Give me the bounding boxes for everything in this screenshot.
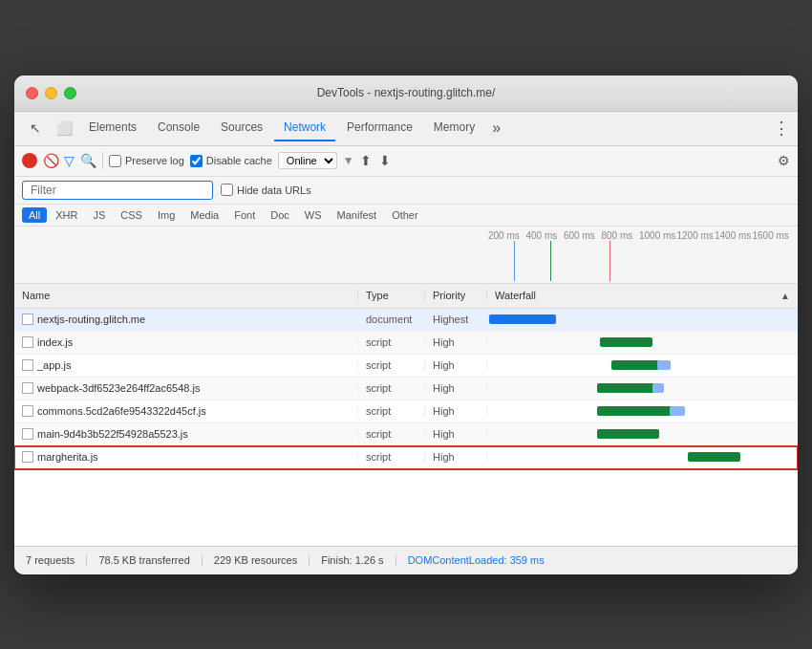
row-name-4: commons.5cd2a6fe9543322d45cf.js — [14, 405, 358, 417]
tab-performance[interactable]: Performance — [337, 115, 422, 141]
timeline-label-1600ms: 1600 ms — [753, 230, 791, 241]
table-row[interactable]: webpack-3df6523e264ff2ac6548.js script H… — [14, 378, 798, 400]
devtools-menu-button[interactable]: ⋮ — [773, 118, 790, 139]
table-row[interactable]: commons.5cd2a6fe9543322d45cf.js script H… — [14, 400, 798, 423]
row-priority-4: High — [425, 405, 487, 417]
row-name-6: margherita.js — [14, 451, 358, 463]
tab-memory[interactable]: Memory — [424, 115, 484, 141]
record-button[interactable] — [22, 153, 37, 168]
row-type-6: script — [358, 451, 425, 463]
type-filter-all[interactable]: All — [22, 207, 47, 223]
waterfall-bar-4b — [670, 406, 685, 416]
disable-cache-label[interactable]: Disable cache — [190, 155, 272, 167]
waterfall-bar-4 — [597, 406, 672, 416]
type-filter-font[interactable]: Font — [227, 207, 262, 223]
tab-network[interactable]: Network — [274, 115, 335, 141]
status-transferred: 78.5 KB transferred — [87, 554, 202, 566]
search-icon[interactable]: 🔍 — [80, 153, 96, 168]
type-filter-bar: All XHR JS CSS Img Media Font Doc WS Man… — [14, 205, 798, 227]
timeline-label-800ms: 800 ms — [602, 230, 640, 241]
timeline-labels: 200 ms 400 ms 600 ms 800 ms 1000 ms 1200… — [22, 230, 790, 241]
type-filter-img[interactable]: Img — [151, 207, 182, 223]
type-filter-media[interactable]: Media — [183, 207, 225, 223]
table-row[interactable]: margherita.js script High — [14, 446, 798, 469]
hide-urls-label[interactable]: Hide data URLs — [221, 184, 311, 196]
waterfall-bar-1 — [600, 337, 652, 347]
file-icon — [22, 382, 33, 394]
close-button[interactable] — [26, 87, 38, 99]
row-waterfall-5 — [487, 423, 798, 445]
devtools-tab-bar: ↖ ⬜ Elements Console Sources Network Per… — [14, 112, 798, 146]
stop-button[interactable]: 🚫 — [43, 153, 58, 168]
table-row[interactable]: main-9d4b3b522f54928a5523.js script High — [14, 423, 798, 446]
type-filter-js[interactable]: JS — [86, 207, 112, 223]
row-priority-3: High — [425, 382, 487, 394]
file-icon — [22, 336, 33, 348]
waterfall-bar-3 — [597, 383, 654, 393]
file-icon — [22, 405, 33, 417]
divider — [102, 152, 103, 169]
status-resources: 229 KB resources — [203, 554, 310, 566]
tab-console[interactable]: Console — [148, 115, 209, 141]
type-filter-other[interactable]: Other — [385, 207, 425, 223]
status-requests: 7 requests — [26, 554, 87, 566]
throttling-select[interactable]: Online — [278, 152, 337, 169]
row-name-5: main-9d4b3b522f54928a5523.js — [14, 428, 358, 440]
titlebar: DevTools - nextjs-routing.glitch.me/ — [14, 76, 798, 112]
disable-cache-checkbox[interactable] — [190, 155, 203, 167]
row-waterfall-1 — [487, 332, 798, 354]
file-icon — [22, 451, 33, 463]
hide-urls-checkbox[interactable] — [221, 184, 233, 196]
file-icon — [22, 359, 33, 371]
file-icon — [22, 428, 33, 440]
col-header-priority[interactable]: Priority — [425, 290, 487, 301]
table-row[interactable]: nextjs-routing.glitch.me document Highes… — [14, 309, 798, 332]
preserve-log-checkbox[interactable] — [109, 155, 121, 167]
row-name-2: _app.js — [14, 359, 358, 371]
col-header-waterfall[interactable]: Waterfall ▲ — [487, 290, 798, 301]
col-header-type[interactable]: Type — [358, 290, 425, 301]
minimize-button[interactable] — [45, 87, 57, 99]
maximize-button[interactable] — [64, 87, 76, 99]
type-filter-manifest[interactable]: Manifest — [331, 207, 384, 223]
upload-icon[interactable]: ⬆ — [360, 153, 372, 168]
waterfall-bar-5 — [597, 429, 659, 439]
blue-timeline-marker — [514, 241, 515, 281]
table-row[interactable]: index.js script High — [14, 332, 798, 355]
type-filter-css[interactable]: CSS — [114, 207, 149, 223]
table-header: Name Type Priority Waterfall ▲ — [14, 284, 798, 309]
type-filter-doc[interactable]: Doc — [264, 207, 296, 223]
row-name-3: webpack-3df6523e264ff2ac6548.js — [14, 382, 358, 394]
sort-arrow-icon: ▲ — [780, 291, 790, 301]
timeline-label-600ms: 600 ms — [564, 230, 602, 241]
row-waterfall-6 — [487, 446, 798, 468]
import-export-buttons: ⬆ ⬇ — [360, 153, 391, 168]
settings-icon[interactable]: ⚙ — [778, 153, 790, 168]
more-tabs-button[interactable]: » — [486, 116, 506, 141]
network-toolbar: 🚫 ▽ 🔍 Preserve log Disable cache Online … — [14, 146, 798, 177]
row-priority-0: Highest — [425, 314, 487, 325]
download-icon[interactable]: ⬇ — [379, 153, 391, 168]
row-type-0: document — [358, 314, 425, 325]
waterfall-bar-2b — [657, 360, 671, 370]
type-filter-xhr[interactable]: XHR — [49, 207, 84, 223]
traffic-lights — [26, 87, 76, 99]
row-waterfall-2 — [487, 355, 798, 377]
row-priority-2: High — [425, 359, 487, 371]
col-header-name[interactable]: Name — [14, 290, 358, 301]
waterfall-bar-2 — [611, 360, 659, 370]
tab-elements[interactable]: Elements — [79, 115, 146, 141]
timeline-label-400ms: 400 ms — [526, 230, 565, 241]
preserve-log-label[interactable]: Preserve log — [109, 155, 184, 167]
filter-input[interactable] — [22, 181, 213, 200]
filter-icon[interactable]: ▽ — [64, 153, 75, 168]
inspect-icon[interactable]: ⬜ — [51, 115, 77, 141]
status-finish: Finish: 1.26 s — [310, 554, 395, 566]
tab-sources[interactable]: Sources — [211, 115, 272, 141]
row-name-1: index.js — [14, 336, 358, 348]
table-row[interactable]: _app.js script High — [14, 355, 798, 378]
type-filter-ws[interactable]: WS — [298, 207, 329, 223]
row-waterfall-3 — [487, 378, 798, 400]
timeline-label-1400ms: 1400 ms — [715, 230, 753, 241]
cursor-icon[interactable]: ↖ — [22, 115, 49, 141]
